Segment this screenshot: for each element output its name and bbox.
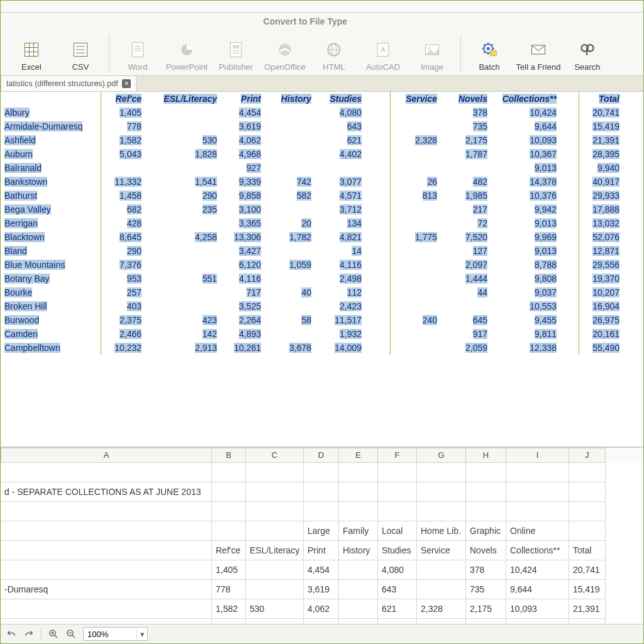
pdf-cell[interactable]: 9,013 — [491, 216, 560, 230]
sheet-cell[interactable]: 378 — [466, 560, 506, 580]
pdf-cell[interactable]: 21,391 — [579, 133, 623, 147]
pdf-cell[interactable]: 10,376 — [491, 189, 560, 203]
sheet-cell[interactable]: 1,405 — [212, 560, 246, 580]
column-header[interactable]: D — [304, 448, 339, 463]
pdf-cell[interactable]: 9,940 — [579, 161, 623, 175]
pdf-cell[interactable] — [145, 299, 221, 313]
pdf-cell[interactable] — [441, 161, 491, 175]
sheet-cell[interactable]: 735 — [466, 580, 506, 599]
pdf-cell[interactable]: Burwood — [1, 313, 101, 327]
sheet-cell[interactable] — [569, 482, 606, 502]
pdf-cell[interactable]: 2,097 — [441, 258, 491, 272]
sheet-cell[interactable] — [378, 463, 417, 482]
pdf-cell[interactable] — [560, 244, 579, 258]
pdf-cell[interactable]: Camden — [1, 327, 101, 341]
pdf-cell[interactable] — [265, 119, 315, 133]
sheet-cell[interactable] — [212, 463, 246, 482]
pdf-cell[interactable]: 20,161 — [579, 327, 623, 341]
pdf-cell[interactable]: 8,645 — [101, 230, 145, 244]
sheet-cell[interactable] — [339, 502, 378, 521]
pdf-cell[interactable]: 10,261 — [221, 341, 265, 355]
zoom-out-icon[interactable] — [65, 628, 77, 640]
sheet-cell[interactable] — [466, 502, 506, 521]
pdf-cell[interactable]: 1,828 — [145, 147, 221, 161]
column-header[interactable]: B — [212, 448, 246, 463]
sheet-cell[interactable] — [339, 599, 378, 619]
pdf-cell[interactable]: 778 — [101, 119, 145, 133]
pdf-cell[interactable]: 403 — [101, 299, 145, 313]
pdf-cell[interactable] — [391, 161, 441, 175]
pdf-cell[interactable]: 621 — [315, 133, 365, 147]
sheet-cell[interactable] — [246, 463, 304, 482]
pdf-cell[interactable]: Bathurst — [1, 189, 101, 203]
pdf-cell[interactable] — [265, 147, 315, 161]
pdf-cell[interactable]: 7,520 — [441, 230, 491, 244]
pdf-cell[interactable] — [145, 258, 221, 272]
sheet-cell[interactable]: 20,741 — [569, 560, 606, 580]
pdf-cell[interactable] — [560, 272, 579, 286]
sheet-cell[interactable] — [246, 580, 304, 599]
pdf-cell[interactable]: Blacktown — [1, 230, 101, 244]
pdf-cell[interactable]: 10,093 — [491, 133, 560, 147]
sheet-cell[interactable]: -Dumaresq — [1, 580, 212, 599]
pdf-cell[interactable] — [365, 258, 391, 272]
pdf-cell[interactable]: 4,062 — [221, 133, 265, 147]
sheet-cell[interactable] — [339, 463, 378, 482]
sheet-cell[interactable] — [304, 482, 339, 502]
pdf-cell[interactable] — [560, 258, 579, 272]
pdf-cell[interactable]: Berrigan — [1, 216, 101, 230]
sheet-cell[interactable] — [1, 521, 212, 541]
sheet-cell[interactable]: 4,968 — [304, 619, 339, 624]
pdf-cell[interactable]: 20,741 — [579, 106, 623, 119]
pdf-cell[interactable]: 4,893 — [221, 327, 265, 341]
pdf-cell[interactable]: 3,077 — [315, 175, 365, 189]
pdf-cell[interactable]: 40,917 — [579, 175, 623, 189]
pdf-cell[interactable] — [145, 119, 221, 133]
pdf-cell[interactable] — [145, 244, 221, 258]
pdf-cell[interactable]: 9,969 — [491, 230, 560, 244]
sheet-cell[interactable]: History — [339, 541, 378, 560]
column-header[interactable]: E — [339, 448, 378, 463]
pdf-cell[interactable] — [365, 161, 391, 175]
pdf-cell[interactable]: 378 — [441, 106, 491, 119]
pdf-cell[interactable] — [560, 341, 579, 355]
pdf-cell[interactable] — [145, 286, 221, 299]
pdf-cell[interactable]: 9,644 — [491, 119, 560, 133]
pdf-cell[interactable]: 10,367 — [491, 147, 560, 161]
pdf-cell[interactable]: Broken Hill — [1, 299, 101, 313]
sheet-cell[interactable]: Service — [417, 541, 466, 560]
pdf-cell[interactable]: Campbelltown — [1, 341, 101, 355]
sheet-cell[interactable] — [417, 619, 466, 624]
pdf-cell[interactable] — [265, 272, 315, 286]
pdf-cell[interactable]: 717 — [221, 286, 265, 299]
sheet-cell[interactable]: Total — [569, 541, 606, 560]
pdf-cell[interactable] — [560, 203, 579, 216]
pdf-cell[interactable] — [560, 327, 579, 341]
pdf-cell[interactable]: 3,525 — [221, 299, 265, 313]
tellfriend-button[interactable]: Tell a Friend — [514, 29, 563, 73]
sheet-cell[interactable]: Local — [378, 521, 417, 541]
pdf-cell[interactable]: 917 — [441, 327, 491, 341]
pdf-cell[interactable]: Bland — [1, 244, 101, 258]
pdf-cell[interactable]: 9,013 — [491, 161, 560, 175]
pdf-cell[interactable]: 1,782 — [265, 230, 315, 244]
pdf-cell[interactable]: 9,455 — [491, 313, 560, 327]
pdf-cell[interactable] — [365, 327, 391, 341]
pdf-cell[interactable] — [265, 133, 315, 147]
pdf-cell[interactable]: 217 — [441, 203, 491, 216]
pdf-cell[interactable]: 290 — [145, 189, 221, 203]
sheet-cell[interactable]: 1,787 — [466, 619, 506, 624]
pdf-cell[interactable]: 26 — [391, 175, 441, 189]
pdf-cell[interactable] — [391, 106, 441, 119]
sheet-cell[interactable] — [246, 560, 304, 580]
pdf-cell[interactable]: 29,933 — [579, 189, 623, 203]
pdf-cell[interactable]: Ashfield — [1, 133, 101, 147]
sheet-cell[interactable]: 4,454 — [304, 560, 339, 580]
sheet-cell[interactable] — [212, 482, 246, 502]
pdf-cell[interactable] — [265, 203, 315, 216]
document-tab[interactable]: tatistics (different structures).pdf ✕ — [1, 75, 136, 91]
pdf-cell[interactable]: 3,619 — [221, 119, 265, 133]
sheet-cell[interactable] — [1, 463, 212, 482]
pdf-cell[interactable]: 9,037 — [491, 286, 560, 299]
sheet-cell[interactable]: 28,395 — [569, 619, 606, 624]
